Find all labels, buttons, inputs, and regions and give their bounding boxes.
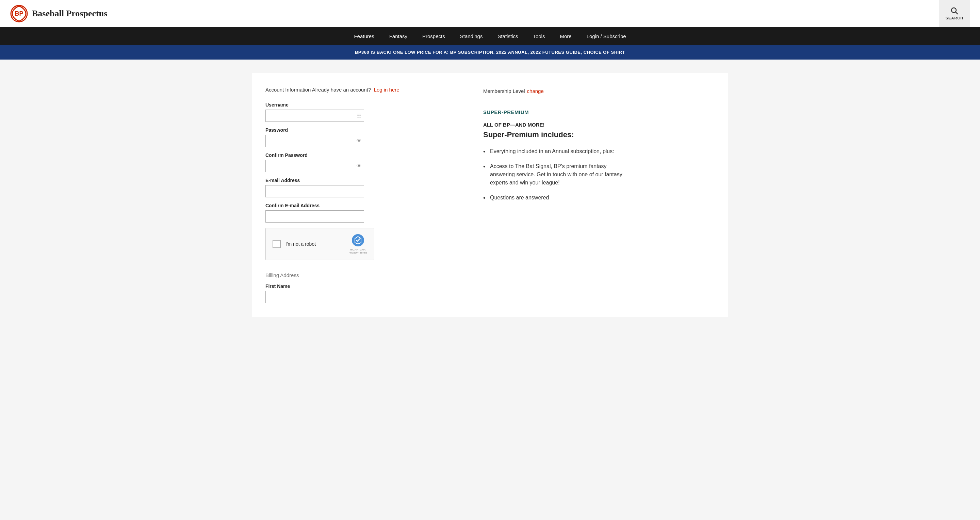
captcha-right: reCAPTCHAPrivacy · Terms: [348, 234, 367, 254]
promo-banner: BP360 IS BACK! ONE LOW PRICE FOR A: BP S…: [0, 45, 980, 60]
confirm-password-label: Confirm Password: [266, 153, 456, 158]
membership-level-label: Membership Level: [483, 88, 525, 94]
main-nav: Features Fantasy Prospects Standings Sta…: [0, 27, 980, 45]
password-label: Password: [266, 127, 456, 133]
benefit-item-3: Questions are answered: [483, 194, 626, 202]
recaptcha-branding: reCAPTCHAPrivacy · Terms: [348, 248, 367, 254]
first-name-input[interactable]: [266, 291, 364, 303]
email-input[interactable]: [266, 185, 364, 197]
nav-item-more[interactable]: More: [552, 27, 579, 45]
nav-item-standings[interactable]: Standings: [453, 27, 490, 45]
main-content: Account Information Already have an acco…: [252, 73, 728, 317]
confirm-email-input[interactable]: [266, 210, 364, 223]
captcha-checkbox[interactable]: [272, 240, 281, 248]
search-label: SEARCH: [946, 16, 963, 20]
confirm-email-group: Confirm E-mail Address: [266, 203, 456, 223]
site-header: BP Baseball Prospectus SEARCH: [0, 0, 980, 27]
username-group: Username ☷: [266, 102, 456, 122]
logo-area: BP Baseball Prospectus: [10, 5, 107, 22]
all-of-bp-heading: ALL OF BP—AND MORE!: [483, 122, 626, 127]
nav-item-fantasy[interactable]: Fantasy: [382, 27, 415, 45]
password-input-wrapper: 👁: [266, 135, 364, 147]
password-input[interactable]: [266, 135, 364, 147]
login-link[interactable]: Log in here: [374, 87, 399, 92]
recaptcha-logo-icon: [352, 234, 364, 247]
bp-logo-icon: BP: [10, 5, 28, 22]
first-name-label: First Name: [266, 283, 456, 289]
nav-item-tools[interactable]: Tools: [525, 27, 552, 45]
recaptcha-widget: I'm not a robot reCAPTCHAPrivacy · Terms: [266, 228, 374, 260]
search-button[interactable]: SEARCH: [939, 0, 970, 27]
membership-change-link[interactable]: change: [527, 88, 544, 94]
svg-line-3: [956, 12, 958, 14]
svg-text:BP: BP: [14, 10, 23, 17]
password-icon: 👁: [356, 138, 361, 144]
benefit-item-1: Everything included in an Annual subscri…: [483, 147, 626, 156]
registration-form-section: Account Information Already have an acco…: [266, 87, 456, 303]
benefits-list: Everything included in an Annual subscri…: [483, 147, 626, 202]
search-icon: [951, 7, 958, 14]
confirm-password-input[interactable]: [266, 160, 364, 172]
benefit-item-2: Access to The Bat Signal, BP's premium f…: [483, 162, 626, 187]
nav-item-features[interactable]: Features: [347, 27, 382, 45]
confirm-password-group: Confirm Password 👁: [266, 153, 456, 172]
membership-info-section: Membership Level change SUPER-PREMIUM AL…: [483, 87, 626, 303]
captcha-label: I'm not a robot: [285, 241, 316, 247]
billing-title: Billing Address: [266, 272, 456, 278]
super-premium-includes-heading: Super-Premium includes:: [483, 130, 626, 139]
membership-level-header: Membership Level change: [483, 88, 626, 101]
email-group: E-mail Address: [266, 178, 456, 197]
password-group: Password 👁: [266, 127, 456, 147]
username-input[interactable]: [266, 110, 364, 122]
username-label: Username: [266, 102, 456, 108]
billing-address-section: Billing Address First Name: [266, 272, 456, 303]
confirm-password-input-wrapper: 👁: [266, 160, 364, 172]
super-premium-title: SUPER-PREMIUM: [483, 109, 626, 115]
confirm-password-icon: 👁: [356, 163, 361, 169]
email-label: E-mail Address: [266, 178, 456, 183]
nav-item-login-subscribe[interactable]: Login / Subscribe: [579, 27, 633, 45]
nav-item-statistics[interactable]: Statistics: [490, 27, 525, 45]
nav-item-prospects[interactable]: Prospects: [415, 27, 453, 45]
captcha-left: I'm not a robot: [272, 240, 316, 248]
site-title: Baseball Prospectus: [32, 8, 107, 19]
banner-text: BP360 IS BACK! ONE LOW PRICE FOR A: BP S…: [355, 50, 625, 55]
account-info-prefix: Account Information Already have an acco…: [266, 87, 371, 92]
username-input-wrapper: ☷: [266, 110, 364, 122]
confirm-email-label: Confirm E-mail Address: [266, 203, 456, 208]
username-icon: ☷: [357, 113, 361, 119]
account-info-text: Account Information Already have an acco…: [266, 87, 456, 92]
